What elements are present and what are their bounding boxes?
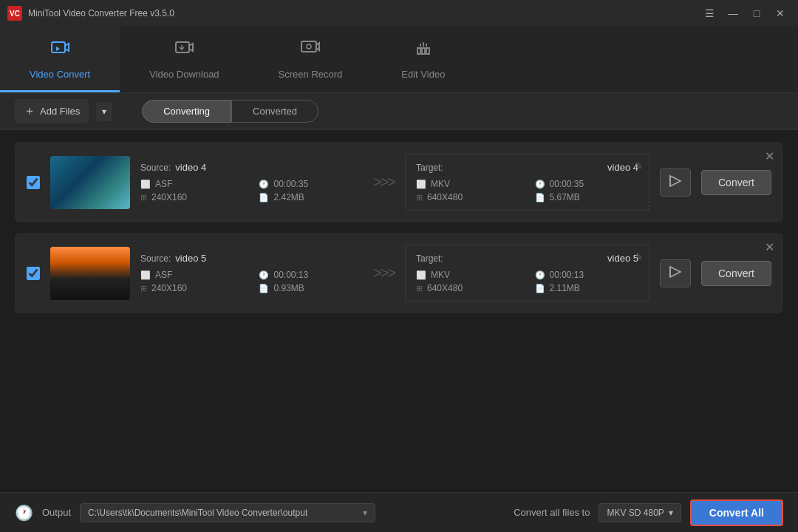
target-format-icon-2: ⬜ [416,270,426,280]
source-label-2: Source: [140,253,171,264]
file-card-2-target: ✎ Target: video 5 ⬜ MKV 🕐 00:00:13 ⊞ 640… [405,245,649,301]
converted-tab[interactable]: Converted [231,100,318,123]
target-size-icon-2: 📄 [535,284,545,293]
file-card-2-source-info: Source: video 5 ⬜ ASF 🕐 00:00:13 ⊞ 240X1… [140,253,363,293]
maximize-button[interactable]: □ [746,6,767,21]
file-card-1-thumbnail [50,156,130,209]
file-card-1-target: ✎ Target: video 4 ⬜ MKV 🕐 00:00:35 ⊞ 640… [405,154,649,211]
target-size-icon-1: 📄 [535,193,545,202]
size-icon-2: 📄 [259,284,269,293]
file-card-2-close[interactable]: ✕ [765,240,774,254]
source-name-1: video 4 [175,162,206,173]
target-resolution-icon-1: ⊞ [416,193,423,202]
convert-all-button[interactable]: Convert All [690,499,783,526]
format-icon-1: ⬜ [140,180,151,189]
resolution-icon-1: ⊞ [140,193,147,202]
video-download-icon [174,38,194,63]
menu-button[interactable]: ☰ [699,6,720,21]
tab-switcher: Converting Converted [142,100,318,123]
title-bar-title: MiniTool Video Converter Free v3.5.0 [28,8,174,18]
convert-format-selector[interactable]: MKV SD 480P ▾ [598,503,681,522]
minimize-button[interactable]: — [723,6,743,21]
target-format-2: ⬜ MKV [416,270,519,280]
resolution-icon-2: ⊞ [140,284,147,293]
file-card-1: ✕ Source: video 4 ⬜ ASF 🕐 00:00:35 ⊞ [15,142,783,222]
title-bar-controls: ☰ — □ ✕ [699,6,791,21]
tab-video-download-label: Video Download [149,69,219,80]
title-bar-left: VC MiniTool Video Converter Free v3.5.0 [7,6,174,21]
convert-all-label: Convert all files to [514,507,590,518]
file-card-2-checkbox[interactable] [27,267,40,280]
output-clock-icon: 🕐 [15,504,33,522]
title-bar: VC MiniTool Video Converter Free v3.5.0 … [0,0,798,27]
tab-screen-record[interactable]: Screen Record [249,27,372,92]
file-card-1-source-info: Source: video 4 ⬜ ASF 🕐 00:00:35 ⊞ 240X1… [140,162,363,202]
target-name-1: video 4 [607,162,638,173]
source-label-1: Source: [140,163,171,173]
source-resolution-2: ⊞ 240X160 [140,283,244,293]
target-label-2: Target: [416,253,443,264]
tab-video-convert-label: Video Convert [30,69,90,80]
file-card-2: ✕ Source: video 5 ⬜ ASF 🕐 00:00:13 ⊞ [15,233,783,313]
output-label: Output [42,507,71,518]
nav-bar: Video Convert Video Download Screen Reco… [0,27,798,93]
file-card-1-close[interactable]: ✕ [765,149,774,163]
convert-arrow-2: >>> [373,265,395,282]
svg-rect-0 [52,42,65,52]
convert-button-1[interactable]: Convert [701,170,771,195]
toolbar: ＋ Add Files ▾ Converting Converted [0,93,798,130]
file-card-1-checkbox[interactable] [27,176,40,189]
convert-arrow-1: >>> [373,174,395,191]
output-path-dropdown-icon: ▾ [363,508,367,518]
tab-screen-record-label: Screen Record [279,69,343,80]
edit-video-icon [413,38,434,63]
converting-tab[interactable]: Converting [142,100,231,123]
target-duration-2: 🕐 00:00:13 [535,270,638,280]
file-card-2-thumbnail [50,247,130,300]
edit-target-1-button[interactable]: ✎ [635,160,643,171]
output-path-text: C:\Users\tk\Documents\MiniTool Video Con… [88,508,307,518]
screen-record-icon [300,38,321,63]
source-size-1: 📄 2.42MB [259,192,362,202]
convert-format-dropdown-icon: ▾ [669,508,673,518]
svg-rect-1 [176,42,189,52]
output-path-selector[interactable]: C:\Users\tk\Documents\MiniTool Video Con… [80,503,375,522]
convert-format-text: MKV SD 480P [607,508,664,518]
svg-rect-2 [301,41,316,52]
edit-target-2-button[interactable]: ✎ [635,251,643,262]
convert-button-2[interactable]: Convert [701,261,771,286]
duration-icon-2: 🕐 [259,270,269,280]
main-content: ✕ Source: video 4 ⬜ ASF 🕐 00:00:35 ⊞ [0,130,798,335]
target-duration-icon-2: 🕐 [535,270,545,280]
tab-video-convert[interactable]: Video Convert [0,27,120,92]
target-format-1: ⬜ MKV [416,179,519,189]
target-format-icon-1: ⬜ [416,180,426,189]
target-label-1: Target: [416,163,443,173]
tab-edit-video[interactable]: Edit Video [372,27,474,92]
target-duration-icon-1: 🕐 [535,180,545,189]
add-files-label: Add Files [40,106,80,117]
app-logo: VC [7,6,22,21]
target-name-2: video 5 [607,253,638,264]
target-duration-1: 🕐 00:00:35 [535,179,638,189]
target-size-1: 📄 5.67MB [535,192,638,202]
add-icon: ＋ [24,103,35,119]
source-size-2: 📄 0.93MB [259,283,362,293]
target-resolution-1: ⊞ 640X480 [416,192,519,202]
preview-button-1[interactable] [660,168,691,197]
svg-point-3 [307,44,311,49]
tab-edit-video-label: Edit Video [401,69,445,80]
source-format-2: ⬜ ASF [140,270,244,280]
source-resolution-1: ⊞ 240X160 [140,192,244,202]
preview-button-2[interactable] [660,259,691,287]
target-resolution-2: ⊞ 640X480 [416,283,519,293]
tab-video-download[interactable]: Video Download [120,27,248,92]
target-resolution-icon-2: ⊞ [416,284,423,293]
add-files-dropdown-button[interactable]: ▾ [96,102,112,121]
video-convert-icon [50,38,70,63]
add-files-button[interactable]: ＋ Add Files [15,99,89,123]
source-duration-1: 🕐 00:00:35 [259,179,362,189]
duration-icon-1: 🕐 [259,180,269,189]
format-icon-2: ⬜ [140,270,151,280]
close-button[interactable]: ✕ [770,6,791,21]
